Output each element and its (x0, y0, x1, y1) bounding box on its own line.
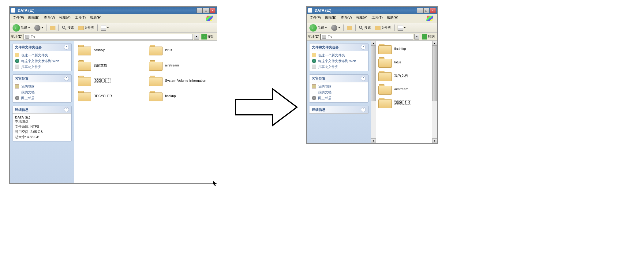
collapse-icon[interactable]: ⌃ (361, 45, 366, 50)
views-button[interactable]: ▼ (99, 24, 111, 32)
folder-item[interactable]: 2008_6_4 (378, 96, 430, 109)
folder-label: 2008_6_4 (94, 78, 110, 83)
details-header[interactable]: 详细信息 ⌃ (13, 106, 71, 114)
scroll-up-button[interactable]: ▲ (432, 41, 437, 46)
address-input[interactable]: E:\ (320, 34, 413, 40)
menu-view[interactable]: 查看(V) (339, 15, 354, 22)
collapse-icon[interactable]: ⌃ (64, 107, 69, 112)
separator (355, 24, 356, 31)
chevron-down-icon: ▼ (107, 26, 109, 29)
folder-item[interactable]: System Volume Information (148, 74, 214, 87)
forward-button[interactable]: → ▼ (330, 24, 342, 32)
tasks-header[interactable]: 文件和文件夹任务 ⌃ (309, 43, 368, 51)
task-share[interactable]: 共享此文件夹 (15, 65, 69, 69)
address-dropdown[interactable]: ▼ (414, 34, 419, 39)
place-label: 我的文档 (318, 90, 331, 95)
menu-help[interactable]: 帮助(H) (88, 15, 103, 22)
details-free-space: 可用空间: 2.65 GB (15, 130, 69, 134)
place-my-computer[interactable]: 我的电脑 (15, 84, 69, 89)
back-button[interactable]: ← 后退 ▼ (11, 23, 32, 32)
task-publish-web[interactable]: 将这个文件夹发布到 Web (312, 59, 366, 63)
scroll-thumb[interactable] (371, 46, 376, 101)
scroll-down-button[interactable]: ▼ (371, 138, 376, 143)
place-network[interactable]: 网上邻居 (15, 96, 69, 100)
back-button[interactable]: ← 后退 ▼ (308, 23, 329, 32)
titlebar[interactable]: DATA (E:) _ □ × (307, 7, 437, 14)
details-header[interactable]: 详细信息 ⌃ (309, 106, 368, 114)
go-button[interactable]: → 转到 (421, 34, 436, 39)
up-button[interactable] (48, 25, 57, 31)
scroll-thumb[interactable] (432, 46, 437, 101)
menu-edit[interactable]: 编辑(E) (323, 15, 338, 22)
scroll-down-button[interactable]: ▼ (432, 138, 437, 143)
folder-item[interactable]: lotus (378, 56, 430, 68)
folder-item[interactable]: 我的文档 (77, 59, 142, 71)
folder-item[interactable]: 我的文档 (378, 70, 430, 82)
menu-help[interactable]: 帮助(H) (385, 15, 400, 22)
file-folder-tasks-box: 文件和文件夹任务 ⌃ 创建一个新文件夹 将这个文件夹发布到 Web 共享此文件夹 (12, 43, 72, 71)
menu-favorites[interactable]: 收藏(A) (354, 15, 369, 22)
search-button[interactable]: 搜索 (357, 24, 373, 31)
folder-item[interactable]: flashfxp (378, 43, 430, 55)
folder-item[interactable]: RECYCLER (77, 90, 142, 102)
scroll-track[interactable] (371, 46, 376, 138)
place-my-documents[interactable]: 我的文档 (312, 90, 366, 95)
menu-file[interactable]: 文件(F) (308, 15, 323, 22)
menu-file[interactable]: 文件(F) (11, 15, 26, 22)
task-new-folder[interactable]: 创建一个新文件夹 (312, 53, 366, 58)
task-share[interactable]: 共享此文件夹 (312, 65, 366, 69)
folder-content-area[interactable]: flashfxp lotus 我的文档 airstream 2008_6_4 (376, 41, 432, 143)
place-my-documents[interactable]: 我的文档 (15, 90, 69, 95)
folder-content-area[interactable]: flashfxp lotus 我的文档 airstream 2008_6_4 S… (74, 41, 217, 183)
folder-item[interactable]: lotus (148, 44, 214, 56)
folders-button[interactable]: 文件夹 (373, 24, 393, 31)
address-input[interactable]: E:\ (24, 34, 193, 40)
close-button[interactable]: × (430, 8, 436, 13)
task-new-folder[interactable]: 创建一个新文件夹 (15, 53, 69, 58)
scroll-up-button[interactable]: ▲ (371, 41, 376, 46)
address-path: E:\ (31, 35, 35, 39)
folder-label: airstream (165, 63, 179, 67)
folder-item[interactable]: flashfxp (77, 44, 142, 56)
maximize-button[interactable]: □ (203, 8, 209, 13)
folder-item[interactable]: 2008_6_4 (77, 74, 142, 87)
menu-favorites[interactable]: 收藏(A) (57, 15, 72, 22)
menu-tools[interactable]: 工具(T) (370, 15, 384, 22)
menu-tools[interactable]: 工具(T) (73, 15, 88, 22)
sidebar-scrollbar[interactable]: ▲ ▼ (371, 41, 376, 143)
places-header[interactable]: 其它位置 ⌃ (13, 75, 71, 82)
share-icon (15, 65, 19, 69)
forward-button[interactable]: → ▼ (33, 24, 45, 32)
maximize-button[interactable]: □ (423, 8, 429, 13)
folder-item[interactable]: backup (148, 90, 214, 102)
places-header[interactable]: 其它位置 ⌃ (309, 75, 368, 82)
task-publish-web[interactable]: 将这个文件夹发布到 Web (15, 59, 69, 63)
menu-edit[interactable]: 编辑(E) (26, 15, 41, 22)
up-button[interactable] (345, 25, 354, 31)
folder-item[interactable]: airstream (148, 59, 214, 71)
content-scrollbar[interactable]: ▲ ▼ (432, 41, 437, 143)
folders-button[interactable]: 文件夹 (77, 24, 96, 31)
place-network[interactable]: 网上邻居 (312, 96, 366, 100)
collapse-icon[interactable]: ⌃ (361, 76, 366, 81)
task-label: 将这个文件夹发布到 Web (21, 59, 59, 63)
folder-icon (149, 60, 163, 71)
folder-item[interactable]: airstream (378, 83, 430, 95)
views-button[interactable]: ▼ (396, 24, 408, 32)
scroll-track[interactable] (432, 46, 437, 138)
folder-label: RECYCLER (94, 94, 112, 98)
folder-icon (378, 43, 392, 54)
titlebar[interactable]: DATA (E:) _ □ × (10, 7, 217, 14)
search-button[interactable]: 搜索 (60, 24, 76, 31)
address-dropdown[interactable]: ▼ (194, 34, 199, 39)
menu-view[interactable]: 查看(V) (42, 15, 57, 22)
minimize-button[interactable]: _ (197, 8, 203, 13)
close-button[interactable]: × (209, 8, 215, 13)
tasks-header[interactable]: 文件和文件夹任务 ⌃ (13, 43, 71, 51)
minimize-button[interactable]: _ (417, 8, 423, 13)
go-button[interactable]: → 转到 (200, 34, 215, 39)
place-my-computer[interactable]: 我的电脑 (312, 84, 366, 89)
collapse-icon[interactable]: ⌃ (361, 107, 366, 112)
collapse-icon[interactable]: ⌃ (64, 76, 69, 81)
collapse-icon[interactable]: ⌃ (64, 45, 69, 50)
